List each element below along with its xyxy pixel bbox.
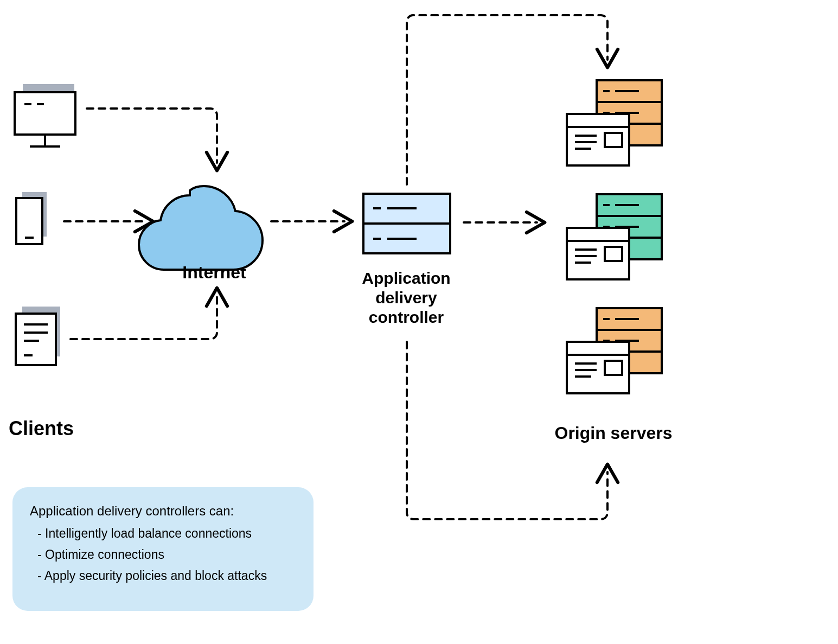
svg-rect-10: [16, 314, 56, 365]
clients-label: Clients: [9, 417, 74, 440]
adc-label-line1: Application: [362, 269, 450, 287]
arrow-desktop-to-internet: [87, 109, 217, 163]
client-mobile-icon: [16, 192, 47, 244]
origin-server-1-icon: [567, 80, 662, 165]
arrow-document-to-internet: [71, 296, 217, 339]
internet-cloud-icon: [139, 186, 263, 270]
info-list: Intelligently load balance connections O…: [30, 526, 296, 583]
svg-rect-46: [605, 247, 622, 261]
svg-rect-55: [567, 342, 629, 355]
adc-label: Application delivery controller: [333, 269, 479, 327]
info-item-0: Intelligently load balance connections: [37, 526, 296, 541]
info-item-2: Apply security policies and block attack…: [37, 569, 296, 583]
svg-rect-29: [567, 114, 629, 127]
info-item-1: Optimize connections: [37, 547, 296, 562]
adc-label-line2: delivery: [375, 289, 437, 307]
origin-server-3-icon: [567, 308, 662, 393]
origin-servers-label: Origin servers: [532, 423, 695, 443]
svg-rect-1: [15, 92, 75, 135]
adc-architecture-diagram: Internet Application delivery controller…: [0, 0, 838, 644]
svg-rect-33: [605, 133, 622, 147]
adc-label-line3: controller: [369, 308, 444, 326]
internet-label: Internet: [165, 263, 263, 283]
client-document-icon: [16, 307, 60, 365]
svg-rect-59: [605, 361, 622, 375]
info-title: Application delivery controllers can:: [30, 503, 296, 519]
adc-box-icon: [363, 194, 450, 253]
origin-server-2-icon: [567, 194, 662, 279]
adc-info-box: Application delivery controllers can: In…: [12, 487, 314, 611]
svg-rect-42: [567, 228, 629, 241]
client-desktop-icon: [15, 84, 75, 146]
